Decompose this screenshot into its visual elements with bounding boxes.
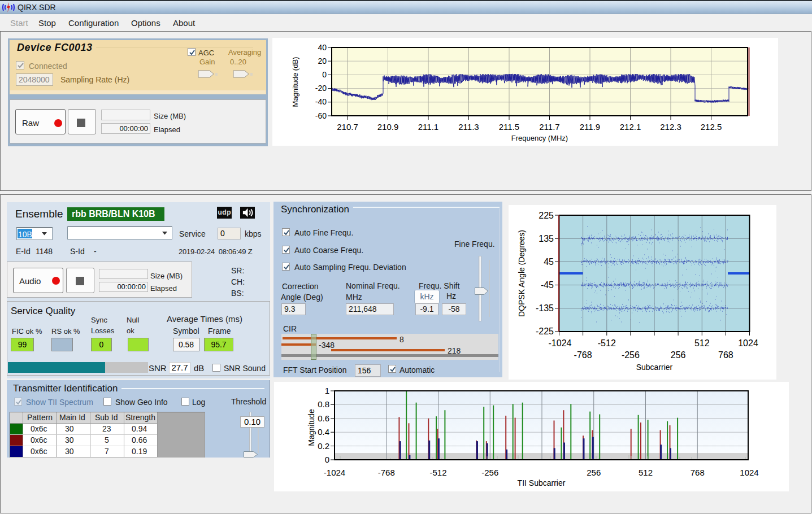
svg-text:-512: -512 bbox=[429, 468, 446, 477]
svg-text:Magnitude (dB): Magnitude (dB) bbox=[291, 57, 299, 107]
svg-text:212.1: 212.1 bbox=[620, 122, 641, 132]
svg-text:DQPSK Angle (Degrees): DQPSK Angle (Degrees) bbox=[517, 230, 526, 317]
svg-text:0.4: 0.4 bbox=[318, 427, 329, 437]
svg-text:512: 512 bbox=[639, 468, 653, 477]
svg-text:1024: 1024 bbox=[738, 338, 758, 348]
svg-text:512: 512 bbox=[694, 338, 710, 348]
svg-text:768: 768 bbox=[691, 468, 705, 477]
svg-text:TII Subcarrier: TII Subcarrier bbox=[518, 478, 566, 487]
svg-text:-256: -256 bbox=[481, 468, 498, 477]
svg-text:0.2: 0.2 bbox=[318, 441, 329, 451]
svg-text:-135: -135 bbox=[536, 303, 554, 313]
svg-text:20: 20 bbox=[318, 56, 327, 66]
svg-text:211.3: 211.3 bbox=[458, 122, 479, 132]
svg-text:211.7: 211.7 bbox=[539, 122, 559, 132]
svg-text:-45: -45 bbox=[541, 280, 554, 290]
svg-text:1: 1 bbox=[325, 386, 329, 395]
svg-text:-40: -40 bbox=[315, 97, 327, 106]
svg-text:211.5: 211.5 bbox=[499, 122, 519, 132]
svg-text:-768: -768 bbox=[574, 350, 592, 360]
svg-text:-1024: -1024 bbox=[324, 468, 345, 477]
svg-text:212.5: 212.5 bbox=[701, 122, 722, 132]
svg-text:212.3: 212.3 bbox=[660, 122, 681, 132]
svg-text:1024: 1024 bbox=[740, 468, 758, 477]
svg-text:-20: -20 bbox=[315, 84, 327, 93]
svg-text:-768: -768 bbox=[378, 468, 395, 477]
svg-text:256: 256 bbox=[671, 350, 686, 360]
svg-text:-1024: -1024 bbox=[549, 338, 572, 348]
svg-text:-256: -256 bbox=[622, 350, 640, 360]
svg-text:-60: -60 bbox=[315, 111, 327, 120]
svg-text:210.7: 210.7 bbox=[337, 122, 358, 132]
svg-text:0: 0 bbox=[325, 455, 329, 464]
svg-text:-512: -512 bbox=[598, 338, 616, 348]
svg-text:0.6: 0.6 bbox=[318, 413, 329, 423]
svg-text:Subcarrier: Subcarrier bbox=[636, 363, 673, 372]
svg-text:210.9: 210.9 bbox=[377, 122, 399, 132]
svg-text:-225: -225 bbox=[536, 326, 554, 336]
svg-text:0: 0 bbox=[322, 70, 327, 79]
svg-text:211.9: 211.9 bbox=[580, 122, 600, 132]
svg-text:40: 40 bbox=[318, 43, 327, 52]
svg-text:Frequency (MHz): Frequency (MHz) bbox=[511, 134, 568, 142]
svg-text:0.8: 0.8 bbox=[318, 399, 329, 409]
svg-text:225: 225 bbox=[539, 211, 554, 220]
svg-text:135: 135 bbox=[539, 234, 554, 243]
svg-text:768: 768 bbox=[718, 350, 733, 360]
svg-text:Magnitude: Magnitude bbox=[307, 409, 316, 446]
svg-text:45: 45 bbox=[544, 257, 554, 267]
svg-text:211.1: 211.1 bbox=[418, 122, 438, 132]
svg-text:256: 256 bbox=[587, 468, 601, 477]
